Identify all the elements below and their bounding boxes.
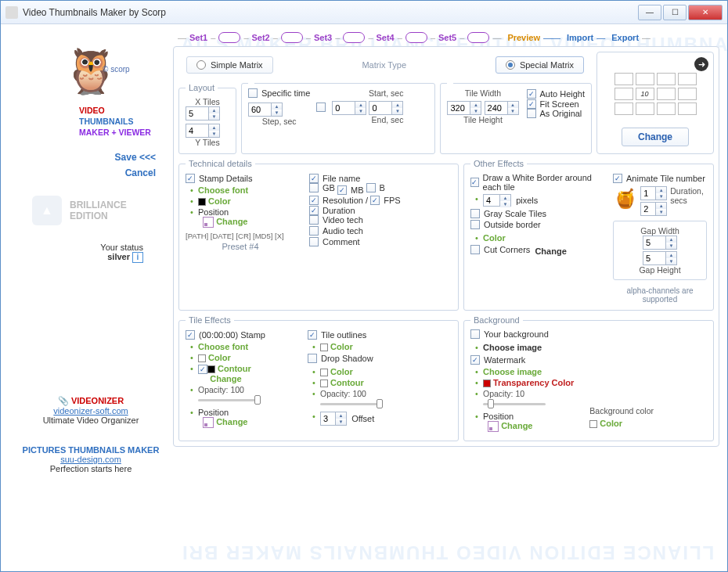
outside-color[interactable]: Color [483, 233, 506, 243]
mb-checkbox[interactable]: MB [337, 185, 364, 195]
ts-color[interactable]: Color [208, 353, 231, 362]
ts-choosefont[interactable]: Choose font [198, 342, 248, 351]
filename-checkbox[interactable]: File name [309, 174, 360, 183]
matrix-type-label: Matrix Type [362, 60, 406, 70]
tab-preview[interactable]: Preview [507, 33, 540, 42]
resolution-checkbox[interactable]: Resolution / [309, 196, 368, 205]
border-px-spinner[interactable]: ▲▼ [483, 194, 511, 207]
comment-checkbox[interactable]: Comment [309, 237, 360, 246]
ts-opacity-slider[interactable] [198, 399, 261, 401]
matrix-type-row: Simple Matrix Matrix Type Special Matrix [178, 52, 592, 78]
outside-border-checkbox[interactable]: Outside border [470, 220, 541, 229]
stamp-color[interactable]: Color [208, 196, 231, 206]
animate-1-spinner[interactable]: ▲▼ [640, 186, 667, 200]
tilefx-legend: Tile Effects [186, 315, 234, 325]
xtiles-spinner[interactable]: ▲▼ [186, 106, 220, 121]
close-button[interactable]: ✕ [688, 5, 723, 20]
ytiles-spinner[interactable]: ▲▼ [186, 124, 220, 138]
minimize-button[interactable]: — [638, 5, 661, 20]
app-name: VIDEO THUMBNAILS MAKER + VIEWER [79, 105, 165, 138]
app-icon [5, 6, 18, 19]
preview-expand-icon[interactable]: ➜ [694, 57, 708, 71]
stamp-choosefont[interactable]: Choose font [198, 185, 248, 195]
wm-pos-change[interactable]: Change [501, 421, 532, 430]
grayscale-checkbox[interactable]: Gray Scale Tiles [470, 209, 546, 218]
tab-set1[interactable]: Set1 [189, 33, 207, 42]
gap-width-spinner[interactable]: ▲▼ [643, 236, 677, 250]
cancel-link[interactable]: Cancel [16, 167, 156, 178]
wm-opacity-slider[interactable] [483, 403, 546, 405]
cut-change[interactable]: Change [535, 246, 566, 256]
cut-corners-checkbox[interactable]: Cut Corners [470, 245, 530, 254]
wm-trans-color[interactable]: Transparency Color [493, 378, 574, 387]
window-title: Video Thumbnails Maker by Scorp [23, 7, 166, 18]
pill-set3[interactable] [343, 32, 365, 43]
videotech-checkbox[interactable]: Video tech [309, 215, 363, 225]
pill-set4[interactable] [405, 32, 427, 43]
honeypot-icon: 🍯 [613, 186, 637, 211]
tab-set2[interactable]: Set2 [252, 33, 270, 42]
start-spinner[interactable]: ▲▼ [332, 101, 366, 115]
white-border-checkbox[interactable]: Draw a White Border around each tile [470, 173, 605, 192]
as-original-checkbox[interactable]: As Original [527, 109, 582, 118]
ts-pos-change[interactable]: Change [216, 417, 247, 426]
offset-spinner[interactable]: ▲▼ [320, 412, 347, 426]
layout-legend: Layout [186, 83, 218, 92]
preview-change-button[interactable]: Change [622, 128, 689, 146]
auto-height-checkbox[interactable]: Auto Height [527, 89, 585, 99]
audiotech-checkbox[interactable]: Audio tech [309, 226, 363, 236]
shadow-color[interactable]: Color [330, 367, 353, 376]
wm-choose-image[interactable]: Choose image [483, 367, 542, 376]
gb-checkbox[interactable]: GB [309, 183, 335, 192]
specific-time-checkbox[interactable]: Specific time [248, 88, 310, 98]
animate-2-spinner[interactable]: ▲▼ [640, 202, 667, 216]
preview-grid: 10 [604, 73, 707, 115]
end-spinner[interactable]: ▲▼ [369, 101, 403, 115]
stamp-details-checkbox[interactable]: Stamp Details [186, 174, 252, 183]
shadow-contour[interactable]: Contour [330, 378, 364, 387]
drop-shadow-checkbox[interactable]: Drop Shadow [308, 354, 373, 363]
shadow-opacity-slider[interactable] [320, 403, 383, 405]
stamp-pos-change[interactable]: Change [216, 217, 247, 226]
duration-checkbox[interactable]: Duration [309, 206, 355, 215]
tab-set3[interactable]: Set3 [314, 33, 332, 42]
bg-choose-image[interactable]: Choose image [483, 343, 542, 352]
b-checkbox[interactable]: B [366, 183, 385, 192]
tab-import[interactable]: Import [567, 33, 593, 42]
maximize-button[interactable]: ☐ [663, 5, 687, 20]
bgcolor-label: Background color [589, 406, 654, 416]
ptm-link[interactable]: suu-design.com [60, 455, 121, 464]
tile-outlines-checkbox[interactable]: Tile outlines [308, 330, 366, 340]
bg-legend: Background [470, 315, 523, 325]
radio-simple-matrix[interactable]: Simple Matrix [186, 56, 273, 74]
timestamp-checkbox[interactable]: (00:00:00) Stamp [186, 330, 265, 340]
ts-contour[interactable]: Contour [218, 364, 251, 373]
tile-height-spinner[interactable]: ▲▼ [485, 101, 519, 115]
tab-set4[interactable]: Set4 [377, 33, 395, 42]
edition-box: BRILLIANCE EDITION [32, 196, 165, 225]
ts-contour-change[interactable]: Change [210, 374, 241, 383]
tile-width-spinner[interactable]: ▲▼ [447, 101, 481, 115]
gap-height-spinner[interactable]: ▲▼ [643, 251, 677, 265]
ts-contour-checkbox[interactable] [198, 365, 207, 374]
tab-export[interactable]: Export [611, 33, 639, 42]
step-spinner[interactable]: ▲▼ [248, 103, 283, 117]
radio-special-matrix[interactable]: Special Matrix [496, 56, 584, 74]
fps-checkbox[interactable]: FPS [370, 196, 400, 205]
your-bg-checkbox[interactable]: Your background [470, 329, 549, 339]
info-icon[interactable]: i [132, 252, 143, 263]
time-lock-checkbox[interactable] [316, 103, 326, 112]
pill-set2[interactable] [281, 32, 303, 43]
watermark-checkbox[interactable]: Watermark [470, 355, 525, 365]
edition-icon [32, 196, 62, 225]
outline-color[interactable]: Color [330, 342, 353, 351]
videonizer-link[interactable]: videonizer-soft.com [53, 406, 128, 416]
tab-set5[interactable]: Set5 [438, 33, 456, 42]
gap-box: Gap Width ▲▼ ▲▼ Gap Height [613, 221, 707, 280]
bgcolor-pick[interactable]: Color [600, 419, 622, 428]
pill-set1[interactable] [218, 32, 240, 43]
pill-set5[interactable] [467, 32, 489, 43]
save-link[interactable]: Save <<< [16, 152, 156, 163]
fit-screen-checkbox[interactable]: Fit Screen [527, 99, 579, 109]
animate-tile-checkbox[interactable]: Animate Tile number [613, 174, 705, 183]
